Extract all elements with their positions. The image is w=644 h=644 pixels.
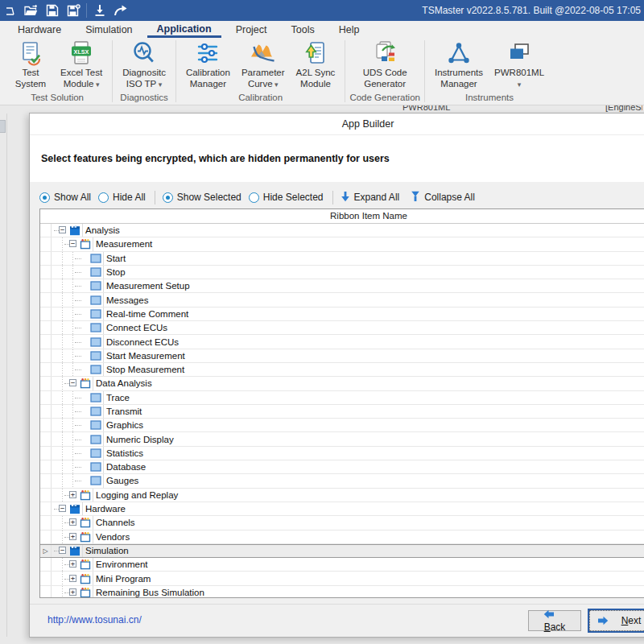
tree-row-analysis[interactable]: −Analysis [40, 224, 644, 237]
tree-row-graphics[interactable]: Graphics [40, 419, 644, 432]
tree-row-trace[interactable]: Trace [40, 391, 644, 405]
tree-guide-line [75, 467, 81, 468]
expand-box[interactable]: + [69, 575, 76, 582]
tree-row-label: Numeric Display [106, 432, 174, 445]
tree-row-label: Start Measurement [106, 349, 185, 362]
uds-code-icon [372, 40, 398, 66]
export-icon[interactable] [110, 2, 131, 19]
test-system-icon [18, 40, 43, 66]
partial-icon[interactable] [0, 2, 21, 19]
tree-row-hardware[interactable]: −Hardware [40, 502, 644, 516]
tree-row-stop-measurement[interactable]: Stop Measurement [40, 363, 644, 377]
ribbon-buttons: UDS CodeGenerator [357, 38, 413, 92]
expand-all-icon [341, 191, 354, 204]
tree-guide-line [72, 419, 73, 431]
ribbon-button-a2l-sync-module[interactable]: A2L SyncModule [291, 38, 341, 90]
tab-project[interactable]: Project [226, 23, 277, 38]
tree-row-messages[interactable]: Messages [40, 293, 644, 307]
radio-show-all[interactable]: Show All [39, 192, 91, 203]
expand-all-button[interactable]: Expand All [341, 191, 400, 204]
tree-row-transmit[interactable]: Transmit [40, 405, 644, 419]
radio-hide-all[interactable]: Hide All [98, 192, 146, 203]
import-icon[interactable] [89, 2, 110, 19]
ribbon-button-diagnositc-iso-tp[interactable]: DiagnositcISO TP ▾ [117, 38, 171, 90]
tab-help[interactable]: Help [329, 23, 369, 38]
tab-hardware[interactable]: Hardware [8, 23, 71, 38]
save-as-icon[interactable] [63, 2, 84, 19]
collapse-all-button[interactable]: Collapse All [411, 191, 475, 204]
expand-box[interactable]: + [69, 588, 76, 596]
save-icon[interactable] [42, 2, 63, 19]
collapse-box[interactable]: − [59, 547, 66, 554]
tab-tools[interactable]: Tools [282, 23, 324, 38]
expand-box[interactable]: + [69, 518, 76, 526]
tree-row-label: Hardware [85, 502, 126, 515]
ribbon-button-test-system[interactable]: TestSystem [6, 38, 55, 90]
tree-row-connect-ecus[interactable]: Connect ECUs [40, 321, 644, 335]
tree-row-label: Stop Measurement [106, 363, 184, 376]
collapse-box[interactable]: − [69, 240, 76, 247]
expand-box[interactable]: + [69, 491, 76, 498]
row-gutter [40, 489, 52, 502]
tree-cell-divider [103, 460, 104, 473]
tree-row-real-time-comment[interactable]: Real-time Comment [40, 308, 644, 321]
tree-row-start-measurement[interactable]: Start Measurement [40, 349, 644, 363]
collapse-box[interactable]: − [59, 226, 66, 233]
tree-row-data-analysis[interactable]: −Data Analysis [40, 377, 644, 390]
tree-row-label: Database [106, 460, 146, 473]
group-icon [69, 225, 80, 236]
tree-row-logging-and-replay[interactable]: +Logging and Replay [40, 489, 644, 502]
subgroup-icon [80, 559, 91, 570]
tree-guide-line [72, 405, 73, 418]
item-icon [90, 266, 101, 278]
expand-box[interactable]: + [69, 560, 76, 568]
toolbar-separator [332, 191, 333, 204]
item-icon [90, 253, 101, 264]
ribbon-button-calibration-manager[interactable]: CalibrationManager [180, 38, 236, 90]
tree-row-environment[interactable]: +Environment [40, 558, 644, 572]
tree-row-database[interactable]: Database [40, 460, 644, 474]
tree-cell-divider [103, 293, 104, 306]
item-icon [90, 280, 101, 291]
back-arrow-icon [543, 609, 560, 619]
tree-row-label: Stop [106, 266, 126, 279]
tree-row-measurement[interactable]: −Measurement [40, 237, 644, 251]
tree-row-channels[interactable]: +Channels [40, 516, 644, 530]
expand-box[interactable]: + [69, 533, 76, 540]
radio-hide-selected[interactable]: Hide Selected [249, 192, 324, 203]
tree-guide-line [72, 252, 73, 265]
tree-row-stop[interactable]: Stop [40, 266, 644, 279]
tree-row-remaining-bus-simulation[interactable]: +Remaining Bus Simulation [40, 586, 644, 598]
ribbon-group-label: Code Generation [349, 92, 420, 105]
tree-row-gauges[interactable]: Gauges [40, 474, 644, 488]
website-link[interactable]: http://www.tosunai.cn/ [47, 614, 142, 625]
item-icon [90, 322, 101, 333]
ribbon-button-pwr801ml[interactable]: PWR801ML▾ [489, 38, 550, 90]
tree-row-mini-program[interactable]: +Mini Program [40, 572, 644, 585]
toolbar-separator [155, 191, 155, 204]
ribbon-button-label: TestSystem [15, 68, 46, 90]
tree-row-simulation[interactable]: ▷−Simulation [40, 544, 644, 558]
tree-row-vendors[interactable]: +Vendors [40, 530, 644, 544]
tree-guide-line [72, 293, 73, 306]
back-button[interactable]: Back [528, 610, 581, 631]
tree-row-label: Analysis [85, 224, 120, 237]
tab-application[interactable]: Application [147, 22, 221, 38]
tree-row-disconnect-ecus[interactable]: Disconnect ECUs [40, 335, 644, 349]
tree-row-measurement-setup[interactable]: Measurement Setup [40, 279, 644, 293]
ribbon-button-parameter-curve[interactable]: ParameterCurve ▾ [236, 38, 291, 90]
ribbon-button-excel-test-module[interactable]: XLSXExcel TestModule ▾ [55, 38, 108, 90]
tree-row-start[interactable]: Start [40, 252, 644, 266]
tree-row-statistics[interactable]: Statistics [40, 447, 644, 460]
collapse-box[interactable]: − [69, 379, 76, 386]
open-file-icon[interactable] [21, 2, 42, 19]
tree-row-numeric-display[interactable]: Numeric Display [40, 432, 644, 446]
row-gutter [40, 516, 52, 529]
ribbon-button-uds-code-generator[interactable]: UDS CodeGenerator [357, 38, 413, 90]
next-button[interactable]: Next [588, 609, 644, 633]
collapse-box[interactable]: − [59, 505, 66, 512]
ribbon-button-instruments-manager[interactable]: InstrumentsManager [429, 38, 489, 90]
radio-show-selected[interactable]: Show Selected [163, 192, 242, 203]
tab-simulation[interactable]: Simulation [76, 23, 142, 38]
row-gutter [40, 572, 52, 584]
